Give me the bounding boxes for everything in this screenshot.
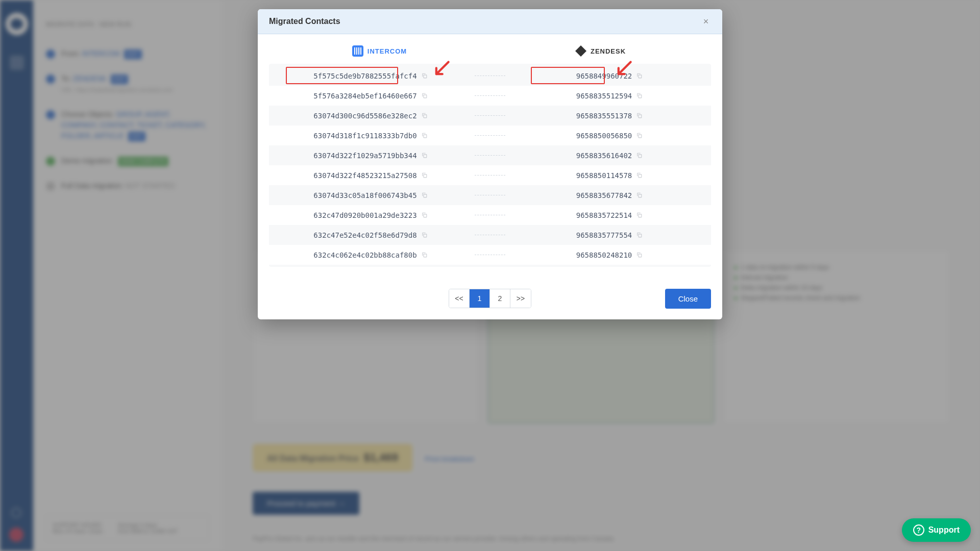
source-id: 63074d322f48523215a27508 [313, 171, 416, 180]
svg-rect-0 [424, 75, 427, 78]
page-first[interactable]: << [449, 289, 470, 308]
copy-icon[interactable] [421, 112, 428, 119]
row-divider [475, 215, 505, 215]
target-label: ZENDESK [591, 47, 626, 55]
modal-close-x[interactable]: × [701, 16, 711, 27]
table-row: 63074d322f1029a5719bb3449658835616402 [269, 145, 711, 165]
copy-icon[interactable] [636, 112, 643, 119]
row-divider [475, 175, 505, 176]
svg-rect-6 [424, 135, 427, 138]
table-row: 632c47e52e4c02f58e6d79d89658835777554 [269, 225, 711, 245]
copy-icon[interactable] [421, 172, 428, 179]
source-id: 63074d318f1c9118333b7db0 [313, 132, 416, 140]
svg-rect-11 [639, 174, 642, 178]
copy-icon[interactable] [636, 152, 643, 159]
page-last[interactable]: >> [510, 289, 531, 308]
target-id: 9658850248210 [576, 251, 632, 259]
target-id: 9658835777554 [576, 231, 632, 239]
target-id: 9658849960722 [576, 72, 632, 80]
table-row: 63074d322f48523215a275089658850114578 [269, 165, 711, 185]
table-row: 5f575c5de9b7882555fafcf49658849960722 [269, 66, 711, 86]
copy-icon[interactable] [421, 252, 428, 258]
copy-icon[interactable] [636, 72, 643, 79]
copy-icon[interactable] [636, 192, 643, 198]
pagination: << 1 2 >> [449, 289, 531, 308]
copy-icon[interactable] [636, 172, 643, 179]
source-id: 63074d300c96d5586e328ec2 [313, 112, 416, 120]
copy-icon[interactable] [421, 192, 428, 198]
source-id: 5f576a3284eb5ef16460e667 [313, 92, 416, 100]
target-id: 9658850114578 [576, 171, 632, 180]
svg-rect-19 [639, 254, 642, 257]
copy-icon[interactable] [636, 252, 643, 258]
page-1[interactable]: 1 [470, 289, 490, 308]
target-id: 9658850056850 [576, 132, 632, 140]
support-button[interactable]: ? Support [902, 518, 971, 542]
copy-icon[interactable] [636, 92, 643, 99]
source-id: 5f575c5de9b7882555fafcf4 [313, 72, 416, 80]
intercom-logo-icon [352, 45, 363, 57]
svg-rect-4 [424, 115, 427, 118]
svg-rect-2 [424, 95, 427, 98]
row-divider [475, 195, 505, 195]
row-divider [475, 235, 505, 235]
support-label: Support [928, 525, 960, 535]
modal-header: Migrated Contacts × [258, 9, 722, 34]
svg-rect-17 [639, 234, 642, 237]
svg-rect-15 [639, 214, 642, 217]
modal-title: Migrated Contacts [269, 17, 340, 26]
target-id: 9658835677842 [576, 191, 632, 199]
source-id: 632c4c062e4c02bb88caf80b [313, 251, 416, 259]
svg-rect-14 [424, 214, 427, 217]
copy-icon[interactable] [421, 212, 428, 218]
copy-icon[interactable] [421, 152, 428, 159]
source-id: 632c47d0920b001a29de3223 [313, 211, 416, 219]
support-question-icon: ? [913, 524, 924, 536]
svg-rect-5 [639, 115, 642, 118]
row-divider [475, 255, 505, 255]
target-id: 9658835616402 [576, 152, 632, 160]
table-row: 63074d318f1c9118333b7db09658850056850 [269, 126, 711, 145]
svg-rect-13 [639, 194, 642, 197]
table-row: 63074d300c96d5586e328ec29658835551378 [269, 106, 711, 126]
copy-icon[interactable] [421, 232, 428, 238]
table-row: 5f576a3284eb5ef16460e6679658835512594 [269, 86, 711, 106]
mapping-rows: 5f575c5de9b7882555fafcf496588499607225f5… [269, 64, 711, 267]
table-row: 63074d33c05a18f006743b459658835677842 [269, 185, 711, 205]
table-row: 632c47d0920b001a29de32239658835722514 [269, 205, 711, 225]
table-row: 632c4c062e4c02bb88caf80b9658850248210 [269, 245, 711, 265]
row-divider [475, 135, 505, 136]
row-divider [475, 155, 505, 156]
copy-icon[interactable] [636, 132, 643, 139]
modal-footer: << 1 2 >> Close [258, 280, 722, 319]
source-target-header: INTERCOM ZENDESK [269, 34, 711, 64]
svg-rect-12 [424, 194, 427, 197]
zendesk-logo-icon [575, 45, 586, 57]
target-id: 9658835551378 [576, 112, 632, 120]
row-divider [475, 95, 505, 96]
target-id: 9658835722514 [576, 211, 632, 219]
svg-rect-18 [424, 254, 427, 257]
migrated-contacts-modal: Migrated Contacts × INTERCOM ZENDESK 5f5… [258, 9, 722, 319]
target-id: 9658835512594 [576, 92, 632, 100]
copy-icon[interactable] [421, 92, 428, 99]
copy-icon[interactable] [421, 72, 428, 79]
svg-rect-8 [424, 155, 427, 158]
svg-rect-1 [639, 75, 642, 78]
source-id: 63074d33c05a18f006743b45 [313, 191, 416, 199]
source-id: 632c47e52e4c02f58e6d79d8 [313, 231, 416, 239]
row-divider [475, 76, 505, 76]
row-divider [475, 115, 505, 116]
svg-rect-16 [424, 234, 427, 237]
copy-icon[interactable] [636, 232, 643, 238]
source-id: 63074d322f1029a5719bb344 [313, 152, 416, 160]
page-2[interactable]: 2 [490, 289, 510, 308]
close-button[interactable]: Close [665, 289, 711, 309]
svg-rect-7 [639, 135, 642, 138]
svg-rect-3 [639, 95, 642, 98]
svg-rect-10 [424, 174, 427, 178]
source-label: INTERCOM [368, 47, 407, 55]
copy-icon[interactable] [636, 212, 643, 218]
copy-icon[interactable] [421, 132, 428, 139]
svg-rect-9 [639, 155, 642, 158]
